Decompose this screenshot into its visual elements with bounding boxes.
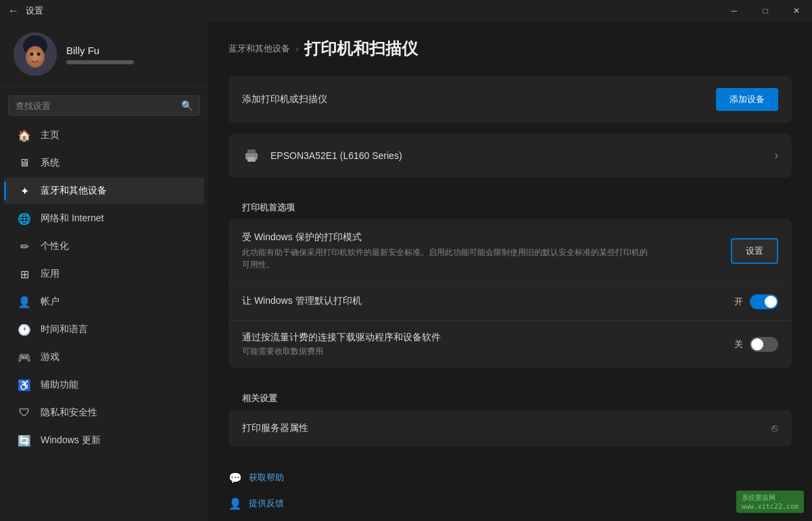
watermark-title: 系统重装网 [742,493,798,503]
feedback-icon: 👤 [229,497,242,510]
metered-connection-subtitle: 可能需要收取数据费用 [242,346,441,357]
print-server-label: 打印服务器属性 [242,422,308,434]
svg-point-2 [26,46,45,68]
accessibility-nav-icon: ♿ [18,378,31,392]
protected-print-text: 受 Windows 保护的打印模式 此功能有助于确保采用打印机软件的最新安全标准… [242,231,648,271]
privacy-nav-icon: 🛡 [18,406,31,420]
sidebar: Billy Fu 🔍 🏠主页🖥系统✦蓝牙和其他设备🌐网络和 Internet✏个… [0,22,208,521]
window-controls: ─ □ ✕ [719,0,812,22]
print-server-row[interactable]: 打印服务器属性 ⎋ [229,410,792,447]
add-printer-row: 添加打印机或扫描仪 添加设备 [229,76,792,123]
user-name: Billy Fu [66,45,134,56]
search-box[interactable]: 🔍 [8,95,200,116]
metered-connection-toggle-group: 关 [734,337,778,352]
sidebar-item-label-bluetooth: 蓝牙和其他设备 [41,185,107,197]
sidebar-item-bluetooth[interactable]: ✦蓝牙和其他设备 [4,177,204,204]
sidebar-item-label-accounts: 帐户 [41,296,59,308]
svg-point-4 [37,53,41,56]
breadcrumb-separator: › [295,43,299,54]
home-nav-icon: 🏠 [18,129,31,142]
breadcrumb: 蓝牙和其他设备 › 打印机和扫描仪 [229,38,792,60]
metered-connection-toggle-label: 关 [734,338,743,350]
accounts-nav-icon: 👤 [18,295,31,309]
personalization-nav-icon: ✏ [18,240,31,253]
feedback-label: 提供反馈 [249,497,284,509]
system-nav-icon: 🖥 [18,156,31,170]
sidebar-item-label-privacy: 隐私和安全性 [41,407,97,419]
search-input[interactable] [16,101,176,111]
sidebar-item-apps[interactable]: ⊞应用 [4,260,204,288]
metered-connection-title: 通过按流量计费的连接下载驱动程序和设备软件 [242,332,441,344]
nav-menu: 🏠主页🖥系统✦蓝牙和其他设备🌐网络和 Internet✏个性化⊞应用👤帐户🕐时间… [0,121,208,455]
breadcrumb-current: 打印机和扫描仪 [304,38,418,60]
close-button[interactable]: ✕ [781,0,812,22]
protected-print-settings-button[interactable]: 设置 [731,238,778,264]
svg-rect-6 [247,150,256,154]
sidebar-item-home[interactable]: 🏠主页 [4,122,204,149]
sidebar-item-label-update: Windows 更新 [41,434,101,447]
protected-print-row: 受 Windows 保护的打印模式 此功能有助于确保采用打印机软件的最新安全标准… [229,219,792,284]
minimize-button[interactable]: ─ [719,0,750,22]
preferences-section-label: 打印机首选项 [229,188,792,219]
user-section: Billy Fu [0,22,208,87]
time-nav-icon: 🕐 [18,323,31,336]
manage-default-title: 让 Windows 管理默认打印机 [242,295,362,307]
metered-connection-text: 通过按流量计费的连接下载驱动程序和设备软件 可能需要收取数据费用 [242,332,441,357]
protected-print-title: 受 Windows 保护的打印模式 [242,231,648,244]
sidebar-item-label-system: 系统 [41,157,59,169]
printer-item-row[interactable]: EPSON3A52E1 (L6160 Series) › [229,134,792,177]
printer-item-name: EPSON3A52E1 (L6160 Series) [270,150,402,161]
metered-connection-toggle-thumb [751,338,763,350]
manage-default-text: 让 Windows 管理默认打印机 [242,295,362,309]
content-area: 蓝牙和其他设备 › 打印机和扫描仪 添加打印机或扫描仪 添加设备 [208,22,812,521]
apps-nav-icon: ⊞ [18,267,31,281]
sidebar-item-personalization[interactable]: ✏个性化 [4,233,204,260]
sidebar-item-label-gaming: 游戏 [41,351,59,363]
sidebar-item-label-personalization: 个性化 [41,240,69,252]
help-label: 获取帮助 [249,472,284,484]
sidebar-item-accounts[interactable]: 👤帐户 [4,288,204,315]
sidebar-item-privacy[interactable]: 🛡隐私和安全性 [4,399,204,426]
titlebar-left: ← 设置 [8,5,43,17]
search-icon: 🔍 [181,100,193,111]
sidebar-item-system[interactable]: 🖥系统 [4,150,204,177]
breadcrumb-parent[interactable]: 蓝牙和其他设备 [229,43,290,55]
related-settings-card: 打印服务器属性 ⎋ [229,410,792,447]
sidebar-item-label-time: 时间和语言 [41,323,88,336]
avatar [14,32,57,76]
maximize-button[interactable]: □ [750,0,781,22]
footer-links: 💬 获取帮助 👤 提供反馈 [229,457,792,521]
sidebar-item-label-network: 网络和 Internet [41,212,103,225]
printer-icon [242,146,261,165]
metered-connection-toggle[interactable] [750,337,778,352]
manage-default-toggle[interactable] [750,294,778,309]
network-nav-icon: 🌐 [18,212,31,225]
printer-list-card: EPSON3A52E1 (L6160 Series) › [229,134,792,177]
watermark: 系统重装网 www.xitc22.com [736,491,804,513]
help-link[interactable]: 💬 获取帮助 [229,468,792,487]
update-nav-icon: 🔄 [18,434,31,447]
sidebar-item-time[interactable]: 🕐时间和语言 [4,316,204,343]
app-title: 设置 [26,5,43,17]
sidebar-item-accessibility[interactable]: ♿辅助功能 [4,371,204,399]
metered-connection-row: 通过按流量计费的连接下载驱动程序和设备软件 可能需要收取数据费用 关 [229,321,792,368]
external-link-icon: ⎋ [771,422,778,434]
feedback-link[interactable]: 👤 提供反馈 [229,494,792,513]
sidebar-item-label-apps: 应用 [41,268,59,280]
titlebar: ← 设置 ─ □ ✕ [0,0,812,22]
sidebar-item-gaming[interactable]: 🎮游戏 [4,344,204,371]
add-device-button[interactable]: 添加设备 [716,88,778,111]
help-icon: 💬 [229,471,242,484]
gaming-nav-icon: 🎮 [18,350,31,364]
add-printer-label-group: 添加打印机或扫描仪 [242,93,327,106]
sidebar-item-network[interactable]: 🌐网络和 Internet [4,205,204,232]
sidebar-item-label-accessibility: 辅助功能 [41,379,78,391]
bluetooth-nav-icon: ✦ [18,184,31,198]
add-printer-card: 添加打印机或扫描仪 添加设备 [229,76,792,123]
sidebar-item-update[interactable]: 🔄Windows 更新 [4,427,204,454]
back-button[interactable]: ← [8,5,19,17]
manage-default-toggle-thumb [765,296,777,308]
printer-item-left: EPSON3A52E1 (L6160 Series) [242,146,402,165]
svg-point-3 [30,53,34,56]
user-info: Billy Fu [66,45,134,64]
